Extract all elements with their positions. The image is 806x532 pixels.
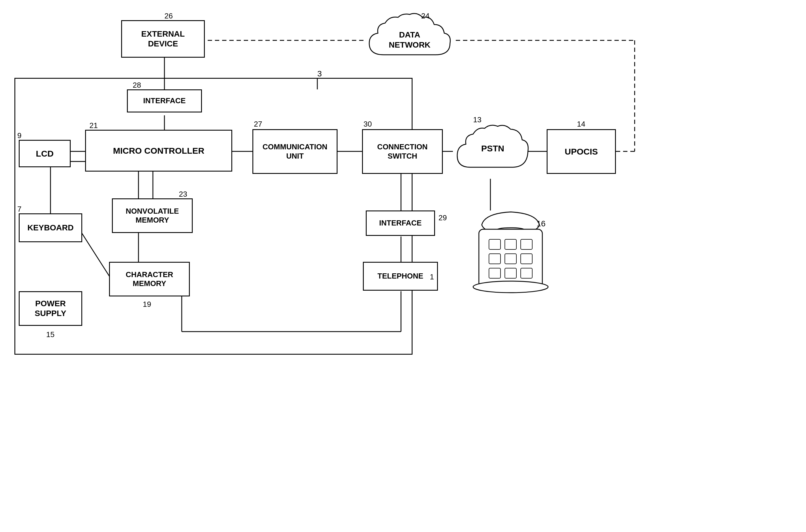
lcd-box: LCD [19,140,71,167]
svg-rect-30 [489,254,501,264]
ref-29: 29 [438,213,447,222]
svg-rect-32 [521,254,532,264]
ref-30: 30 [363,120,372,129]
pstn-cloud: PSTN [450,121,534,183]
svg-text:PSTN: PSTN [481,144,504,153]
character-memory-box: CHARACTERMEMORY [109,262,190,297]
ref-9: 9 [17,131,21,140]
interface-bottom-box: INTERFACE [366,210,435,236]
svg-rect-31 [505,254,517,264]
ref-27: 27 [254,120,262,129]
ref-3: 3 [317,69,322,78]
ref-13: 13 [473,115,482,124]
connection-switch-box: CONNECTIONSWITCH [362,129,443,174]
external-device-box: EXTERNALDEVICE [121,20,205,58]
ref-16: 16 [537,219,545,228]
power-supply-box: POWERSUPPLY [19,291,82,326]
ref-15: 15 [46,330,55,339]
data-network-cloud: DATA NETWORK [361,12,459,70]
svg-rect-35 [521,268,532,278]
nonvolatile-memory-box: NONVOLATILEMEMORY [112,198,193,233]
ref-19: 19 [143,300,151,309]
svg-text:DATA: DATA [399,30,420,39]
ref-1: 1 [430,272,434,281]
telephone-box: TELEPHONE [363,262,438,291]
ref-24: 24 [421,12,430,20]
svg-rect-34 [505,268,517,278]
svg-text:NETWORK: NETWORK [389,40,431,49]
ref-14: 14 [577,120,585,129]
svg-rect-27 [489,239,501,249]
ref-7: 7 [17,205,21,214]
micro-controller-box: MICRO CONTROLLER [85,130,232,172]
ref-28: 28 [133,81,141,90]
interface-top-box: INTERFACE [127,89,202,112]
svg-rect-28 [505,239,517,249]
ref-26: 26 [165,12,173,20]
upocis-box: UPOCIS [547,129,616,174]
communication-unit-box: COMMUNICATIONUNIT [252,129,338,174]
ref-23: 23 [179,190,187,199]
ref-21: 21 [90,121,98,130]
svg-rect-29 [521,239,532,249]
keyboard-box: KEYBOARD [19,213,82,242]
svg-rect-33 [489,268,501,278]
svg-point-36 [473,281,548,293]
diagram: 3 EXTERNALDEVICE 26 DATA NETWORK 24 INTE… [0,0,806,532]
